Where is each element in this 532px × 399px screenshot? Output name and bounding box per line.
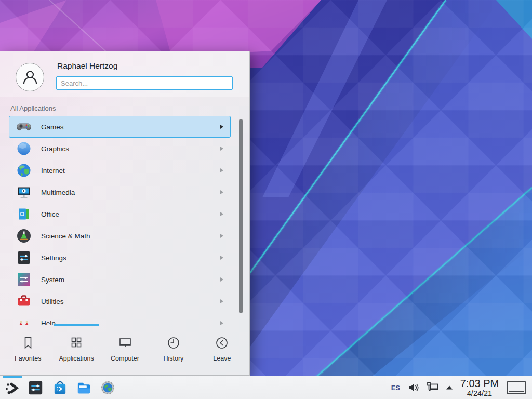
file-manager-button[interactable]	[76, 380, 92, 396]
globe-icon	[16, 162, 32, 179]
category-row-internet[interactable]: Internet	[9, 159, 231, 181]
leave-icon	[215, 335, 229, 351]
submenu-arrow-icon	[220, 277, 223, 282]
tab-applications[interactable]: Applications	[52, 328, 100, 374]
document-icon	[16, 206, 32, 222]
desktop: Raphael Hertzog All Applications	[0, 0, 532, 399]
launcher-footer: Favorites Applications	[0, 324, 249, 375]
category-row-graphics[interactable]: Graphics	[9, 138, 231, 159]
category-label: Games	[41, 123, 64, 131]
volume-icon[interactable]	[407, 381, 420, 394]
user-name: Raphael Hertzog	[57, 61, 117, 71]
clock-time: 7:03 PM	[459, 378, 500, 389]
category-label: Office	[41, 210, 59, 218]
tab-label: Applications	[59, 355, 94, 362]
user-icon	[21, 69, 39, 86]
category-label: Settings	[41, 254, 66, 262]
submenu-arrow-icon	[220, 212, 223, 216]
browser-globe-icon	[100, 380, 115, 395]
system-settings-icon	[28, 380, 43, 395]
clock-date: 4/24/21	[459, 390, 500, 397]
category-label: Utilities	[41, 298, 64, 305]
submenu-arrow-icon	[220, 299, 223, 303]
application-category-list: Games Graphics	[0, 116, 239, 325]
category-row-science-math[interactable]: Science & Math	[9, 225, 231, 247]
launcher-header: Raphael Hertzog	[0, 51, 249, 97]
flask-icon	[16, 228, 32, 244]
list-scrollbar[interactable]	[239, 119, 243, 313]
tab-label: Computer	[111, 355, 139, 362]
category-label: Internet	[41, 167, 65, 175]
tab-label: Favorites	[15, 355, 41, 362]
system-tray: ES	[389, 381, 454, 394]
active-tab-indicator	[54, 324, 99, 326]
taskbar: ES	[0, 376, 532, 399]
expand-tray-icon[interactable]	[445, 384, 454, 391]
tab-computer[interactable]: Computer	[101, 328, 149, 374]
submenu-arrow-icon	[220, 147, 223, 151]
grid-icon	[70, 335, 83, 351]
category-row-settings[interactable]: Settings	[9, 247, 231, 269]
kickoff-icon	[3, 379, 21, 396]
bookmark-icon	[21, 335, 35, 351]
category-row-multimedia[interactable]: Multimedia	[9, 181, 231, 203]
category-label: Science & Math	[41, 232, 90, 240]
submenu-arrow-icon	[220, 125, 223, 129]
app-launcher-button[interactable]	[0, 376, 23, 399]
keyboard-layout-indicator[interactable]: ES	[389, 384, 402, 392]
monitor-play-icon	[16, 184, 32, 201]
discover-button[interactable]	[52, 380, 68, 396]
submenu-arrow-icon	[220, 256, 223, 260]
section-label: All Applications	[10, 104, 56, 112]
sliders-icon	[16, 249, 32, 266]
tab-label: Leave	[213, 355, 231, 362]
tab-history[interactable]: History	[149, 328, 197, 374]
system-sliders-icon	[16, 271, 32, 288]
sphere-icon	[16, 140, 32, 157]
clock-icon	[166, 335, 181, 351]
category-row-system[interactable]: System	[9, 269, 231, 290]
toolbox-icon	[16, 293, 32, 310]
application-launcher-menu: Raphael Hertzog All Applications	[0, 51, 250, 376]
category-label: System	[41, 276, 64, 284]
footer-tabs: Favorites Applications	[4, 328, 246, 374]
search-input[interactable]	[56, 76, 233, 90]
category-label: Graphics	[41, 145, 69, 153]
category-row-utilities[interactable]: Utilities	[9, 290, 231, 312]
submenu-arrow-icon	[220, 190, 223, 194]
show-desktop-button[interactable]	[507, 381, 526, 394]
network-icon[interactable]	[426, 381, 440, 394]
tab-label: History	[163, 355, 183, 362]
category-row-games[interactable]: Games	[9, 116, 231, 138]
category-row-help[interactable]: Help	[9, 312, 231, 325]
submenu-arrow-icon	[220, 168, 223, 172]
system-settings-button[interactable]	[28, 380, 43, 395]
user-avatar[interactable]	[16, 63, 44, 91]
folder-icon	[76, 380, 92, 396]
web-browser-button[interactable]	[100, 380, 115, 395]
tab-favorites[interactable]: Favorites	[4, 328, 52, 374]
digital-clock[interactable]: 7:03 PM 4/24/21	[459, 378, 500, 397]
submenu-arrow-icon	[220, 234, 223, 238]
category-label: Multimedia	[41, 189, 75, 196]
computer-icon	[118, 335, 132, 351]
footer-divider	[5, 324, 244, 324]
tab-leave[interactable]: Leave	[198, 328, 246, 374]
discover-icon	[52, 380, 68, 396]
gamepad-icon	[16, 118, 32, 135]
category-row-office[interactable]: Office	[9, 203, 231, 225]
